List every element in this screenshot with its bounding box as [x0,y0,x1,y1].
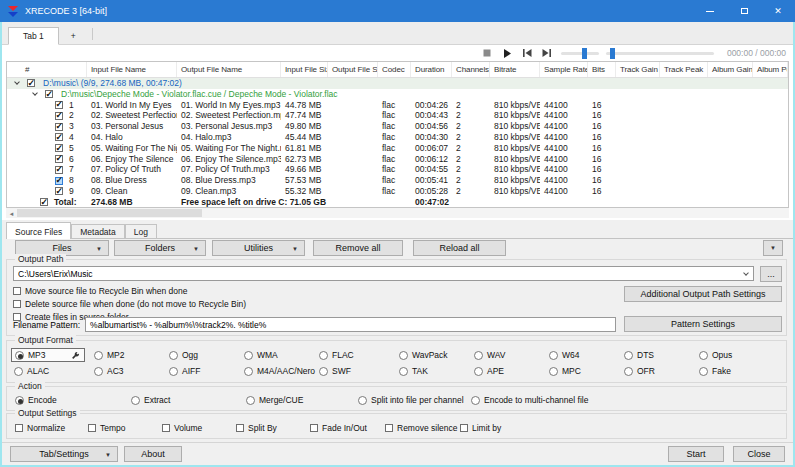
track-row[interactable]: 2 02. Sweetest Perfection 02. Sweetest P… [7,110,788,121]
track-checkbox[interactable] [55,177,63,185]
format-wavpack[interactable]: WavPack [399,350,474,360]
format-fake[interactable]: Fake [699,366,782,376]
add-tab-button[interactable]: + [59,28,88,44]
horizontal-scrollbar[interactable]: ◂ [6,208,789,218]
column-header-codec[interactable]: Codec [378,62,411,77]
group-root-checkbox[interactable] [27,79,35,87]
collapse-icon[interactable] [14,80,20,86]
format-tak[interactable]: TAK [399,366,474,376]
group-row-root[interactable]: D:\music\ (9/9, 274.68 MB, 00:47:02) [7,78,788,89]
group-album-checkbox[interactable] [45,90,53,98]
format-m4a-aac-nero[interactable]: M4A/AAC/Nero [244,366,319,376]
subtab-log[interactable]: Log [125,224,157,238]
format-ofr[interactable]: OFR [624,366,699,376]
column-header-output-file-size[interactable]: Output File Size [328,62,378,77]
track-row[interactable]: 3 03. Personal Jesus 03. Personal Jesus.… [7,121,788,132]
total-checkbox[interactable] [40,198,48,206]
reload-all-button[interactable]: Reload all [413,240,506,256]
track-checkbox[interactable] [55,133,63,141]
column-header-track-gain[interactable]: Track Gain [616,62,660,77]
track-checkbox[interactable] [55,187,63,195]
seek-slider[interactable] [606,52,714,55]
setting-normalize[interactable]: Normalize [15,423,88,433]
track-row[interactable]: 4 04. Halo 04. Halo.mp3 45.44 MB flac 00… [7,132,788,143]
utilities-button[interactable]: Utilities▼ [212,240,305,256]
next-track-button[interactable] [541,48,554,59]
column-header-duration[interactable]: Duration [411,62,452,77]
track-checkbox[interactable] [55,166,63,174]
format-dts[interactable]: DTS [624,350,699,360]
format-ac3[interactable]: AC3 [94,366,169,376]
play-button[interactable] [501,48,514,59]
format-w64[interactable]: W64 [549,350,624,360]
column-header-output-file-name[interactable]: Output File Name [177,62,281,77]
action-extract[interactable]: Extract [131,395,246,405]
format-wav[interactable]: WAV [474,350,549,360]
minimize-button[interactable] [693,0,727,22]
collapse-icon[interactable] [32,90,38,96]
setting-fade-in-out[interactable]: Fade In/Out [310,423,385,433]
track-row[interactable]: 8 08. Blue Dress 08. Blue Dress.mp3 57.5… [7,175,788,186]
track-checkbox[interactable] [55,112,63,120]
column-header-bits[interactable]: Bits [588,62,616,77]
column-header-input-file-size[interactable]: Input File Size [281,62,328,77]
track-checkbox[interactable] [55,101,63,109]
close-button[interactable]: ✕ [761,0,795,22]
column-header-num[interactable]: # [7,62,87,77]
format-alac[interactable]: ALAC [14,366,94,376]
filename-pattern-input[interactable]: %albumartist% - %album%\%track2%. %title… [85,317,616,332]
track-row[interactable]: 1 01. World In My Eyes 01. World In My E… [7,100,788,111]
track-checkbox[interactable] [55,144,63,152]
format-swf[interactable]: SWF [319,366,399,376]
action-split-into-file-per-channel[interactable]: Split into file per channel [358,395,471,405]
column-header-channels[interactable]: Channels [452,62,490,77]
setting-limit-by[interactable]: Limit by [460,423,782,433]
close-button-footer[interactable]: Close [733,446,785,462]
format-ogg[interactable]: Ogg [169,350,244,360]
action-encode[interactable]: Encode [15,395,131,405]
folders-button[interactable]: Folders▼ [114,240,206,256]
additional-output-path-settings-button[interactable]: Additional Output Path Settings [624,286,782,302]
pattern-settings-button[interactable]: Pattern Settings [624,316,782,332]
format-opus[interactable]: Opus [699,350,782,360]
maximize-button[interactable] [727,0,761,22]
setting-split-by[interactable]: Split By [236,423,310,433]
previous-track-button[interactable] [521,48,534,59]
track-row[interactable]: 5 05. Waiting For The Night 05. Waiting … [7,143,788,154]
seek-slider-handle[interactable] [610,48,615,59]
wrench-icon[interactable] [71,351,80,360]
column-header-input-file-name[interactable]: Input File Name [87,62,177,77]
about-button[interactable]: About [124,446,182,462]
format-mpc[interactable]: MPC [549,366,624,376]
start-button[interactable]: Start [668,446,724,462]
column-header-album-gain[interactable]: Album Gain [708,62,753,77]
format-mp2[interactable]: MP2 [94,350,169,360]
column-header-track-peak[interactable]: Track Peak [660,62,708,77]
track-row[interactable]: 7 07. Policy Of Truth 07. Policy Of Trut… [7,164,788,175]
subtab-source-files[interactable]: Source Files [6,222,71,239]
tab-1[interactable]: Tab 1 [8,27,59,45]
output-path-input[interactable]: C:\Users\Erix\Music [13,266,754,281]
stop-button[interactable] [481,48,494,59]
volume-slider[interactable] [561,52,599,55]
format-wma[interactable]: WMA [244,350,319,360]
format-aiff[interactable]: AIFF [169,366,244,376]
scroll-left-icon[interactable]: ◂ [6,209,17,218]
format-mp3[interactable]: MP3 [11,348,85,362]
column-header-bitrate[interactable]: Bitrate [490,62,540,77]
track-row[interactable]: 9 09. Clean 09. Clean.mp3 55.32 MB flac … [7,186,788,197]
browse-button[interactable]: ... [760,266,782,282]
track-checkbox[interactable] [55,123,63,131]
more-options-button[interactable]: ▼ [763,240,783,256]
format-flac[interactable]: FLAC [319,350,399,360]
tab-settings-button[interactable]: Tab/Settings▼ [10,446,118,462]
action-merge-cue[interactable]: Merge/CUE [246,395,358,405]
volume-slider-handle[interactable] [582,48,587,59]
option-move-source-file-to-recycle-bin-when-done[interactable]: Move source file to Recycle Bin when don… [13,284,246,297]
subtab-metadata[interactable]: Metadata [71,224,124,238]
format-ape[interactable]: APE [474,366,549,376]
group-row-album[interactable]: D:\music\Depeche Mode - Violator.flac.cu… [7,89,788,100]
remove-all-button[interactable]: Remove all [313,240,403,256]
track-checkbox[interactable] [55,155,63,163]
column-header-album-peak[interactable]: Album Peak [753,62,788,77]
